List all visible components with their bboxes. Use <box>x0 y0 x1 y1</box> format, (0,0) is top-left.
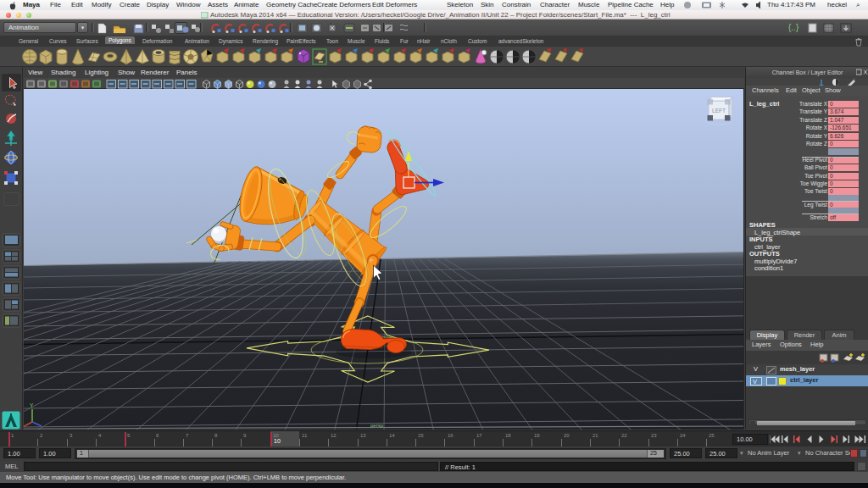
svg-text:Y: Y <box>30 402 34 408</box>
svg-text:V: V <box>753 378 757 385</box>
svg-text:LEFT: LEFT <box>712 108 726 114</box>
svg-text:{..}: {..} <box>788 23 799 32</box>
svg-text:persp: persp <box>370 423 384 428</box>
